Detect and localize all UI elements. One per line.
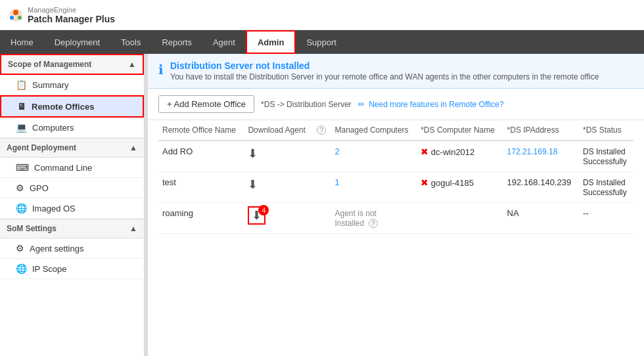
info-icon: ℹ — [158, 62, 164, 78]
row3-status-line1: -- — [583, 208, 589, 218]
agent-settings-label: Agent settings — [30, 244, 83, 254]
content-area: ℹ Distribution Server not Installed You … — [148, 54, 644, 356]
row1-ds-computer: ✖ dc-win2012 — [417, 141, 503, 172]
row3-ds-ip: NA — [503, 203, 579, 234]
svg-point-1 — [13, 10, 18, 15]
row2-error-icon: ✖ — [421, 177, 428, 188]
svg-point-3 — [18, 16, 22, 20]
imaged-os-label: Imaged OS — [32, 204, 76, 213]
row2-status-line1: DS Installed — [583, 178, 626, 187]
remote-offices-icon: 🖥 — [17, 101, 26, 112]
more-features-label: Need more features in Remote Office? — [369, 100, 503, 109]
row1-q — [313, 141, 331, 172]
computers-icon: 💻 — [16, 122, 27, 133]
computers-label: Computers — [32, 123, 74, 133]
col-name: Remote Office Name — [158, 120, 244, 141]
brand-name: ManageEngine — [28, 6, 115, 14]
sidebar-item-ip-scope[interactable]: 🌐 IP Scope — [0, 259, 144, 279]
row1-ip-link[interactable]: 172.21.169.18 — [507, 147, 558, 156]
banner-title: Distribution Server not Installed — [170, 60, 599, 71]
add-remote-office-button[interactable]: + Add Remote Office — [158, 95, 254, 113]
sidebar: Scope of Management ▲ 📋 Summary 🖥 Remote… — [0, 54, 145, 356]
row1-error-icon: ✖ — [421, 146, 428, 157]
nav-agent[interactable]: Agent — [202, 30, 246, 54]
row1-ds-computer-name: dc-win2012 — [431, 147, 475, 157]
col-managed: Managed Computers — [331, 120, 417, 141]
row3-managed: Agent is not Installed ? — [331, 203, 417, 234]
sidebar-item-summary[interactable]: 📋 Summary — [0, 75, 144, 95]
nav-admin[interactable]: Admin — [246, 30, 296, 54]
col-ds-ip: *DS IPAddress — [503, 120, 579, 141]
row2-managed: 1 — [331, 172, 417, 203]
agent-deployment-chevron: ▲ — [129, 143, 137, 152]
ds-label: *DS -> Distribution Server — [261, 100, 352, 109]
row1-download[interactable]: ⬇ — [244, 141, 313, 172]
product-name: Patch Manager Plus — [28, 14, 115, 24]
nav-support[interactable]: Support — [296, 30, 347, 54]
scope-chevron: ▲ — [128, 60, 136, 69]
sidebar-item-command-line[interactable]: ⌨ Command Line — [0, 158, 144, 178]
command-line-label: Command Line — [34, 163, 92, 173]
col-download: Download Agent — [244, 120, 313, 141]
gpo-label: GPO — [30, 183, 49, 193]
row2-ds-ip: 192.168.140.239 — [503, 172, 579, 203]
row2-ip-text: 192.168.140.239 — [507, 177, 572, 187]
question-icon[interactable]: ? — [317, 125, 326, 135]
row3-q — [313, 203, 331, 234]
sidebar-item-computers[interactable]: 💻 Computers — [0, 118, 144, 138]
download-icon-row1[interactable]: ⬇ — [248, 147, 258, 160]
row1-ds-ip: 172.21.169.18 — [503, 141, 579, 172]
summary-icon: 📋 — [16, 79, 27, 90]
row3-ds-computer — [417, 203, 503, 234]
svg-point-2 — [10, 16, 14, 20]
ip-scope-label: IP Scope — [32, 264, 67, 274]
row2-ds-status: DS Installed Successfully — [579, 172, 633, 203]
sidebar-item-agent-settings[interactable]: ⚙ Agent settings — [0, 238, 144, 259]
col-question: ? — [313, 120, 331, 141]
ip-scope-icon: 🌐 — [16, 263, 27, 274]
table-header-row: Remote Office Name Download Agent ? Mana… — [158, 120, 633, 141]
toolbar: + Add Remote Office *DS -> Distribution … — [148, 89, 644, 120]
sidebar-section-som-settings[interactable]: SoM Settings ▲ — [0, 219, 144, 238]
row1-status-line2: Successfully — [583, 157, 627, 166]
row3-download[interactable]: ⬇ 4 — [244, 203, 313, 234]
sidebar-item-remote-offices[interactable]: 🖥 Remote Offices — [0, 95, 144, 118]
sidebar-item-imaged-os[interactable]: 🌐 Imaged OS — [0, 198, 144, 219]
nav-bar: Home Deployment Tools Reports Agent Admi… — [0, 30, 644, 54]
nav-home[interactable]: Home — [0, 30, 44, 54]
agent-deployment-label: Agent Deployment — [7, 143, 76, 152]
logo-bar: ManageEngine Patch Manager Plus — [0, 0, 644, 30]
row1-ds-status: DS Installed Successfully — [579, 141, 633, 172]
main-layout: Scope of Management ▲ 📋 Summary 🖥 Remote… — [0, 54, 644, 356]
row3-badge: 4 — [258, 205, 269, 215]
nav-tools[interactable]: Tools — [110, 30, 151, 54]
agent-settings-icon: ⚙ — [16, 243, 24, 254]
remote-offices-label: Remote Offices — [32, 102, 94, 112]
sidebar-section-scope[interactable]: Scope of Management ▲ — [0, 54, 144, 75]
row3-name: roaming — [158, 203, 244, 234]
row2-download[interactable]: ⬇ — [244, 172, 313, 203]
download-icon-row2[interactable]: ⬇ — [248, 178, 258, 191]
som-settings-chevron: ▲ — [129, 224, 137, 233]
row1-name: Add RO — [158, 141, 244, 172]
table-row: test ⬇ 1 ✖ gogul-4185 192. — [158, 172, 633, 203]
row2-name: test — [158, 172, 244, 203]
logo: ManageEngine Patch Manager Plus — [8, 6, 115, 24]
nav-reports[interactable]: Reports — [151, 30, 202, 54]
som-settings-label: SoM Settings — [7, 224, 57, 233]
sidebar-item-gpo[interactable]: ⚙ GPO — [0, 178, 144, 198]
col-ds-status: *DS Status — [579, 120, 633, 141]
row2-ds-computer: ✖ gogul-4185 — [417, 172, 503, 203]
row2-managed-link[interactable]: 1 — [335, 177, 340, 187]
row3-question-icon[interactable]: ? — [369, 219, 378, 228]
row2-ds-computer-name: gogul-4185 — [431, 178, 474, 188]
row3-agent-not: Agent is not — [335, 209, 377, 218]
banner-text: You have to install the Distribution Ser… — [170, 72, 599, 81]
table-row: Add RO ⬇ 2 ✖ dc-win2012 17 — [158, 141, 633, 172]
more-features-link[interactable]: ✏ Need more features in Remote Office? — [358, 100, 504, 109]
row3-ds-status: -- — [579, 203, 633, 234]
gpo-icon: ⚙ — [16, 183, 24, 193]
sidebar-section-agent-deployment[interactable]: Agent Deployment ▲ — [0, 138, 144, 158]
nav-deployment[interactable]: Deployment — [44, 30, 110, 54]
row1-managed-link[interactable]: 2 — [335, 146, 340, 156]
